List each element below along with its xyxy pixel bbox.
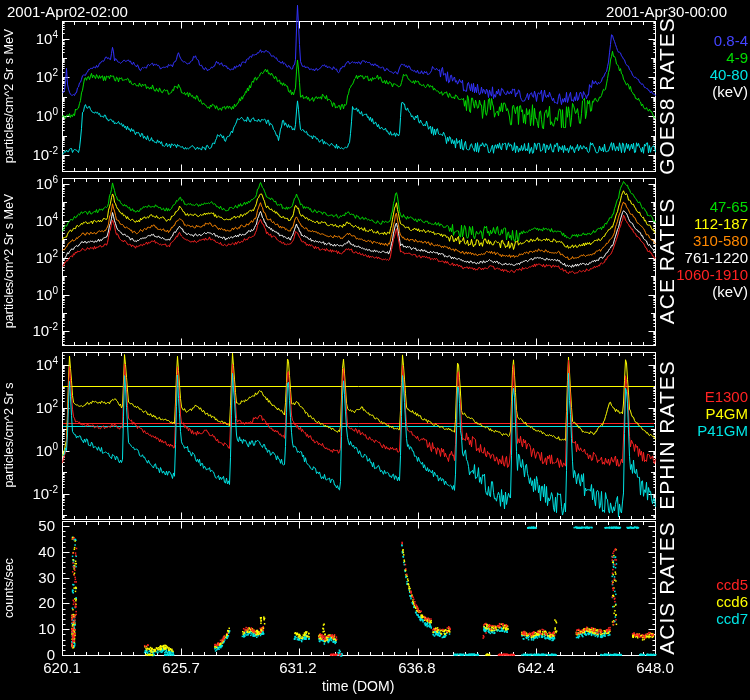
legend-label-p41gm: P41GM [658,423,748,440]
y-tick-label: 100 [0,442,58,458]
y-tick-label: 10-2 [0,485,58,501]
y-tick-label: 104 [0,356,58,372]
y-tick-label: 40 [0,544,55,559]
legend-label-4-9: 4-9 [658,50,748,67]
y-tick-label: 20 [0,595,55,610]
x-tick-label: 631.2 [268,660,328,675]
y-tick-label: 10-2 [0,146,58,162]
x-tick-label: 636.8 [387,660,447,675]
y-tick-label: 10 [0,621,55,636]
y-tick-label: 10-2 [0,322,58,338]
y-tick-label: 102 [0,249,58,265]
y-tick-label: 104 [0,30,58,46]
legend-label-ccd7: ccd7 [658,611,748,628]
legend-label-e1300: E1300 [658,389,748,406]
legend-label--kev-: (keV) [658,284,748,301]
x-tick-label: 620.1 [32,660,92,675]
start-time-title: 2001-Apr02-02:00 [7,4,128,19]
legend-label-1060-1910: 1060-1910 [658,267,748,284]
y-tick-label: 50 [0,518,55,533]
x-tick-label: 642.4 [506,660,566,675]
legend-label-p4gm: P4GM [658,406,748,423]
y-tick-label: 30 [0,570,55,585]
legend-label-0-8-4: 0.8-4 [658,33,748,50]
x-tick-label: 625.7 [151,660,211,675]
x-axis-title: time (DOM) [322,679,394,693]
legend-label-ccd5: ccd5 [658,577,748,594]
y-tick-label: 104 [0,212,58,228]
legend-label-40-80: 40-80 [658,67,748,84]
legend-label-310-580: 310-580 [658,233,748,250]
y-tick-label: 106 [0,175,58,191]
y-tick-label: 100 [0,107,58,123]
panel1-y-axis-label: particles/cm^2 Sr s MeV [3,29,16,163]
legend-label--kev-: (keV) [658,84,748,101]
y-tick-label: 102 [0,399,58,415]
chart-canvas [0,0,750,700]
legend-label-ccd6: ccd6 [658,594,748,611]
x-tick-label: 648.0 [625,660,685,675]
legend-label-47-65: 47-65 [658,199,748,216]
y-tick-label: 100 [0,286,58,302]
legend-label-112-187: 112-187 [658,216,748,233]
y-tick-label: 102 [0,68,58,84]
legend-label-761-1220: 761-1220 [658,250,748,267]
radiation-rates-plot: 2001-Apr02-02:00 2001-Apr30-00:00 partic… [0,0,750,700]
